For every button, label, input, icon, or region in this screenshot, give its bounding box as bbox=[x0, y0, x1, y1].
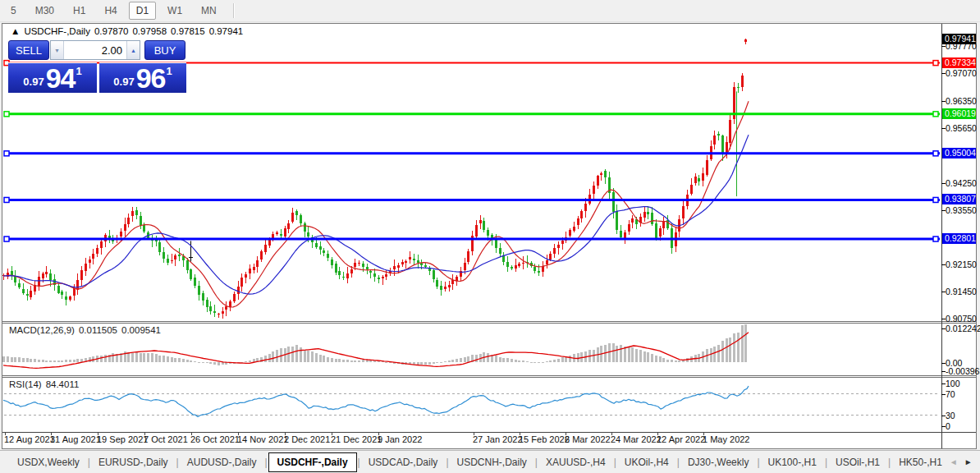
price-axis-label: 0.97070 bbox=[946, 68, 977, 78]
toolbar-divider bbox=[233, 3, 235, 18]
buy-price-prefix: 0.97 bbox=[113, 76, 134, 88]
level-line-handle[interactable] bbox=[4, 112, 9, 117]
chart-tab-audusd-daily[interactable]: AUDUSD-,Daily bbox=[180, 453, 264, 471]
ohlc-low: 0.97815 bbox=[171, 26, 205, 36]
date-axis-label: 7 Oct 2021 bbox=[144, 434, 188, 444]
level-line-handle[interactable] bbox=[4, 236, 9, 241]
rsi-axis-label: 30 bbox=[946, 411, 955, 420]
macd-value-main: 0.011505 bbox=[79, 325, 117, 335]
chart-tab-ukoil-h4[interactable]: UKOil-,H4 bbox=[617, 453, 676, 471]
level-line-handle[interactable] bbox=[933, 112, 938, 117]
price-axis-label: 0.94250 bbox=[946, 178, 977, 188]
level-line-handle[interactable] bbox=[933, 197, 938, 202]
level-price-label: 0.97334 bbox=[942, 57, 976, 68]
sell-price-display[interactable]: 0.97941 bbox=[8, 62, 97, 93]
ohlc-high: 0.97958 bbox=[132, 26, 167, 36]
rsi-value: 84.4011 bbox=[46, 379, 80, 389]
level-line-handle[interactable] bbox=[933, 61, 938, 66]
date-axis-label: 26 Oct 2021 bbox=[190, 434, 240, 444]
level-line-handle[interactable] bbox=[933, 151, 938, 156]
price-axis-label: 0.93550 bbox=[946, 205, 977, 215]
rsi-name: RSI(14) bbox=[9, 379, 42, 389]
chart-tab-xauusd-h4[interactable]: XAUUSD-,H4 bbox=[538, 453, 613, 471]
volume-input[interactable]: 2.00 bbox=[64, 41, 126, 59]
tab-separator: | bbox=[446, 457, 448, 468]
date-axis-label: 12 Aug 2021 bbox=[4, 434, 55, 444]
timeframe-button-d1[interactable]: D1 bbox=[129, 2, 156, 20]
volume-increase-icon[interactable]: ▲ bbox=[126, 41, 140, 59]
tab-separator: | bbox=[757, 457, 759, 468]
chart-ohlc-title: ▲USDCHF-,Daily0.978700.979580.978150.979… bbox=[11, 26, 247, 36]
price-axis-label: 0.92150 bbox=[946, 259, 977, 269]
price-axis-label: 0.95650 bbox=[946, 123, 977, 133]
timeframe-toolbar: 5M30H1H4D1W1MN bbox=[0, 0, 980, 22]
tab-separator: | bbox=[535, 457, 538, 468]
level-price-label: 0.96019 bbox=[942, 108, 976, 119]
date-axis-label: 2 Dec 2021 bbox=[284, 434, 330, 444]
volume-decrease-icon[interactable]: ▼ bbox=[51, 41, 64, 59]
tab-separator: | bbox=[358, 457, 360, 468]
timeframe-button-m30[interactable]: M30 bbox=[28, 2, 62, 20]
date-axis-label: 1 May 2022 bbox=[703, 434, 749, 444]
chart-tab-hk50-h1[interactable]: HK50-,H1 bbox=[891, 453, 950, 471]
chart-tab-usdchf-daily[interactable]: USDCHF-,Daily bbox=[268, 452, 357, 472]
rsi-indicator-label: RSI(14)84.4011 bbox=[9, 379, 83, 389]
macd-value-signal: 0.009541 bbox=[121, 325, 161, 335]
level-price-label: 0.95004 bbox=[942, 148, 976, 158]
sell-button[interactable]: SELL bbox=[8, 40, 49, 60]
price-axis-label: 0.96350 bbox=[946, 96, 977, 106]
current-price-label: 0.97941 bbox=[942, 34, 976, 44]
chart-tab-usdcad-daily[interactable]: USDCAD-,Daily bbox=[361, 453, 446, 471]
date-axis-label: 12 Apr 2022 bbox=[657, 434, 705, 444]
price-axis-label: 0.91450 bbox=[946, 287, 977, 296]
buy-price-big: 96 bbox=[136, 66, 166, 90]
macd-axis-label: 0.012242 bbox=[946, 324, 980, 333]
ohlc-open: 0.97870 bbox=[94, 26, 129, 36]
tab-scroll-left-icon[interactable]: ◄ bbox=[950, 457, 958, 466]
tab-separator: | bbox=[677, 457, 680, 468]
date-axis-label: 19 Sep 2021 bbox=[97, 434, 148, 444]
tab-separator: | bbox=[264, 457, 267, 468]
tab-separator: | bbox=[176, 457, 179, 468]
date-axis-label: 21 Dec 2021 bbox=[331, 434, 382, 444]
timeframe-button-5[interactable]: 5 bbox=[3, 2, 24, 20]
level-line-handle[interactable] bbox=[4, 151, 9, 156]
level-line-handle[interactable] bbox=[933, 236, 938, 241]
date-axis-label: 15 Feb 2022 bbox=[519, 434, 570, 444]
chart-tab-usdcnh-daily[interactable]: USDCNH-,Daily bbox=[450, 453, 534, 471]
sell-price-big: 94 bbox=[46, 66, 76, 90]
chart-tab-uk100-h1[interactable]: UK100-,H1 bbox=[761, 453, 824, 471]
level-price-label: 0.93807 bbox=[942, 194, 976, 204]
sell-price-prefix: 0.97 bbox=[23, 76, 44, 88]
volume-spinner: ▼ 2.00 ▲ bbox=[50, 40, 140, 60]
level-line-handle[interactable] bbox=[4, 197, 9, 202]
date-axis-label: 6 Mar 2022 bbox=[565, 434, 611, 444]
buy-price-pip: 1 bbox=[166, 65, 172, 77]
chart-tab-bar: USDX,Weekly|EURUSD-,Daily|AUDUSD-,Daily|… bbox=[0, 450, 980, 473]
chart-tab-dj30-weekly[interactable]: DJ30-,Weekly bbox=[680, 453, 756, 471]
date-axis-label: 14 Nov 2021 bbox=[237, 434, 288, 444]
one-click-trade-panel: SELL ▼ 2.00 ▲ BUY 0.97941 0.97961 bbox=[8, 40, 187, 93]
chart-tab-usdx-weekly[interactable]: USDX,Weekly bbox=[10, 453, 87, 471]
timeframe-button-w1[interactable]: W1 bbox=[160, 2, 190, 20]
buy-price-display[interactable]: 0.97961 bbox=[99, 62, 186, 93]
symbol-name: USDCHF-,Daily bbox=[24, 26, 90, 36]
date-axis-label: 24 Mar 2022 bbox=[611, 434, 662, 444]
date-axis-label: 9 Jan 2022 bbox=[378, 434, 422, 444]
chart-tab-eurusd-daily[interactable]: EURUSD-,Daily bbox=[91, 453, 176, 471]
timeframe-button-mn[interactable]: MN bbox=[194, 2, 224, 20]
date-axis-label: 27 Jan 2022 bbox=[473, 434, 523, 444]
ohlc-close: 0.97941 bbox=[209, 26, 244, 36]
chart-tab-usoil-h1[interactable]: USOil-,H1 bbox=[828, 453, 887, 471]
rsi-axis-label: 100 bbox=[946, 379, 960, 388]
rsi-axis-label: 70 bbox=[946, 389, 955, 399]
rsi-axis-label: 0 bbox=[946, 421, 950, 431]
buy-button[interactable]: BUY bbox=[144, 40, 185, 60]
symbol-marker-icon: ▲ bbox=[11, 26, 20, 36]
tab-scroll-controls: ◄► bbox=[950, 457, 973, 466]
tab-scroll-right-icon[interactable]: ► bbox=[964, 457, 973, 466]
tab-separator: | bbox=[888, 457, 891, 468]
timeframe-button-h1[interactable]: H1 bbox=[66, 2, 93, 20]
tab-separator: | bbox=[88, 457, 90, 468]
timeframe-button-h4[interactable]: H4 bbox=[97, 2, 124, 20]
